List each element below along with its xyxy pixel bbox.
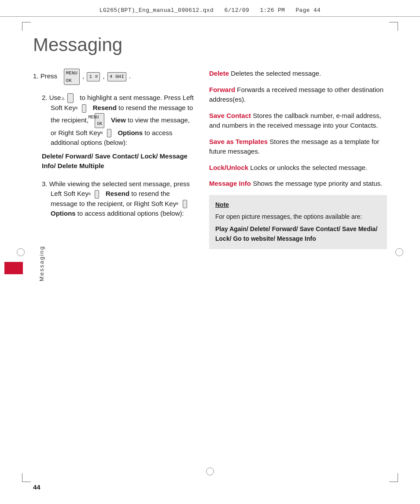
- entry-lock-unlock: Lock/Unlock Locks or unlocks the selecte…: [209, 163, 387, 173]
- key-nav: △: [67, 93, 74, 103]
- term-forward: Forward: [209, 86, 235, 93]
- header-date: 6/12/09: [224, 7, 249, 14]
- term-lock-unlock: Lock/Unlock: [209, 164, 248, 171]
- key-1: 1 ≡: [87, 72, 100, 81]
- entry-save-templates: Save as Templates Stores the message as …: [209, 137, 387, 157]
- key-rsk-2: ≡: [183, 200, 187, 208]
- key-rsk-1: ≡: [107, 129, 111, 137]
- note-box: Note For open picture messages, the opti…: [209, 195, 387, 249]
- red-tab: [4, 262, 23, 274]
- entry-message-info: Message Info Shows the message type prio…: [209, 179, 387, 189]
- circle-mark-right: [395, 248, 403, 256]
- side-label-container: Messaging: [4, 202, 31, 290]
- reg-mark-bottom-left: [22, 473, 31, 482]
- reg-mark-top-right: [389, 22, 398, 31]
- reg-mark-bottom-right: [389, 473, 398, 482]
- term-delete: Delete: [209, 70, 229, 77]
- note-body-text: For open picture messages, the options a…: [215, 213, 362, 220]
- step-3-text: 3. While viewing the selected sent messa…: [42, 179, 196, 219]
- header-bar: LG265(BPT)_Eng_manual_090612.qxd 6/12/09…: [0, 4, 420, 17]
- key-menu-ok: MENUOK: [64, 69, 80, 85]
- step-1: 1. Press MENUOK , 1 ≡ , 4 GHI .: [33, 69, 196, 85]
- desc-lock-unlock: Locks or unlocks the selected message.: [250, 164, 367, 171]
- step-1-number: 1. Press: [33, 72, 61, 80]
- two-col-layout: 1. Press MENUOK , 1 ≡ , 4 GHI . 2. Use △…: [33, 69, 387, 249]
- page-number: 44: [33, 483, 41, 491]
- header-time: 1:26 PM: [260, 7, 285, 14]
- term-save-templates: Save as Templates: [209, 138, 268, 145]
- reg-mark-top-left: [22, 22, 31, 31]
- key-4: 4 GHI: [107, 72, 126, 81]
- note-body: For open picture messages, the options a…: [215, 212, 381, 221]
- key-lsk-2: ≡: [95, 190, 99, 199]
- header-page: Page 44: [295, 7, 321, 14]
- entry-forward: Forward Forwards a received message to o…: [209, 85, 387, 105]
- key-lsk-1: ≡: [82, 104, 86, 113]
- step-2-text: 2. Use △ to highlight a sent message. Pr…: [42, 93, 196, 148]
- header-filename: LG265(BPT)_Eng_manual_090612.qxd: [99, 7, 214, 14]
- step-1-comma2: ,: [103, 72, 106, 80]
- step-2-menu: Delete/ Forward/ Save Contact/ Lock/ Mes…: [42, 151, 196, 171]
- left-column: 1. Press MENUOK , 1 ≡ , 4 GHI . 2. Use △…: [33, 69, 196, 249]
- desc-delete: Deletes the selected message.: [231, 70, 321, 77]
- step-2-number: 2. Use: [42, 94, 65, 101]
- entry-delete: Delete Deletes the selected message.: [209, 69, 387, 79]
- step-1-comma1: ,: [82, 72, 86, 80]
- step-1-dot: .: [129, 72, 131, 80]
- main-content: Messaging 1. Press MENUOK , 1 ≡ , 4 GHI …: [33, 21, 387, 469]
- note-bold-list: Play Again/ Delete/ Forward/ Save Contac…: [215, 224, 381, 243]
- entry-save-contact: Save Contact Stores the callback number,…: [209, 111, 387, 131]
- desc-forward: Forwards a received message to other des…: [209, 86, 383, 103]
- note-title: Note: [215, 200, 381, 210]
- step-2: 2. Use △ to highlight a sent message. Pr…: [33, 93, 196, 171]
- page-title: Messaging: [33, 34, 387, 55]
- right-column: Delete Deletes the selected message. For…: [209, 69, 387, 249]
- term-save-contact: Save Contact: [209, 112, 251, 119]
- key-menu-ok-2: MENUOK: [95, 113, 104, 128]
- step-3: 3. While viewing the selected sent messa…: [33, 179, 196, 219]
- step-2-menu-items: Delete/ Forward/ Save Contact/ Lock/ Mes…: [42, 152, 188, 170]
- desc-message-info: Shows the message type priority and stat…: [253, 180, 382, 187]
- term-message-info: Message Info: [209, 180, 251, 187]
